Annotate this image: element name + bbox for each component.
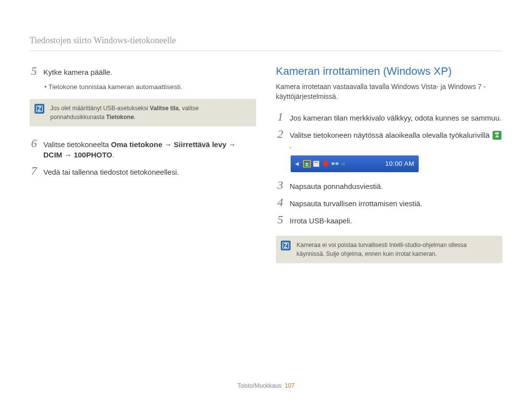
svg-rect-8 xyxy=(335,162,338,165)
breadcrumb: Tiedostojen siirto Windows-tietokoneelle xyxy=(30,35,502,51)
content-columns: 5 Kytke kamera päälle. Tietokone tunnist… xyxy=(30,65,502,274)
tray-document-icon xyxy=(312,160,320,168)
step-text: Kytke kamera päälle. xyxy=(43,65,112,77)
section-intro: Kamera irrotetaan vastaavalla tavalla Wi… xyxy=(276,82,502,102)
safely-remove-icon xyxy=(493,131,501,140)
step-5r: 5 Irrota USB-kaapeli. xyxy=(276,214,502,226)
left-column: 5 Kytke kamera päälle. Tietokone tunnist… xyxy=(30,65,256,274)
note-box-right: Kameraa ei voi poistaa turvallisesti Int… xyxy=(276,236,502,263)
svg-rect-4 xyxy=(306,163,308,164)
step-number: 6 xyxy=(30,137,38,149)
step-number: 5 xyxy=(276,214,285,225)
step-3: 3 Napsauta ponnahdusviestiä. xyxy=(276,179,502,191)
right-column: Kameran irrottaminen (Windows XP) Kamera… xyxy=(276,65,502,274)
step-number: 3 xyxy=(276,179,285,191)
note-icon xyxy=(281,241,291,250)
step-text: Jos kameran tilan merkkivalo välkkyy, od… xyxy=(290,111,501,123)
tray-network-icon xyxy=(331,160,339,168)
note-box-left: Jos olet määrittänyt USB-asetukseksi Val… xyxy=(30,99,256,126)
step-text: Valitse tietokoneen näytössä alaoikealla… xyxy=(290,128,502,151)
step-6: 6 Valitse tietokoneelta Oma tietokone → … xyxy=(30,137,256,160)
tray-expand-icon: ◀ xyxy=(295,161,299,166)
tray-icons xyxy=(303,160,348,168)
note-text: Kameraa ei voi poistaa turvallisesti Int… xyxy=(297,242,467,257)
step-number: 7 xyxy=(30,165,38,177)
step-number: 4 xyxy=(276,196,285,208)
tray-volume-icon xyxy=(340,160,348,168)
step-1: 1 Jos kameran tilan merkkivalo välkkyy, … xyxy=(276,111,502,123)
step-text: Valitse tietokoneelta Oma tietokone → Si… xyxy=(43,137,256,160)
step-number: 2 xyxy=(276,128,285,140)
step-text: Napsauta turvallisen irrottamisen viesti… xyxy=(290,196,422,209)
step-7: 7 Vedä tai tallenna tiedostot tietokonee… xyxy=(30,165,256,177)
step-number: 5 xyxy=(30,65,38,77)
step-number: 1 xyxy=(276,111,285,123)
page-footer: Toisto/Muokkaus 107 xyxy=(0,382,532,389)
step-5-detail: Tietokone tunnistaa kameran automaattise… xyxy=(44,82,256,92)
page-number: 107 xyxy=(285,382,295,389)
note-icon xyxy=(34,104,44,114)
step-4: 4 Napsauta turvallisen irrottamisen vies… xyxy=(276,196,502,209)
safely-remove-hardware-icon xyxy=(303,160,311,168)
note-text: Jos olet määrittänyt USB-asetukseksi Val… xyxy=(50,105,199,121)
svg-rect-2 xyxy=(495,132,499,134)
svg-rect-6 xyxy=(314,162,318,163)
tray-shield-icon xyxy=(322,160,330,168)
svg-rect-5 xyxy=(313,161,319,167)
section-heading: Kameran irrottaminen (Windows XP) xyxy=(276,65,502,78)
step-2: 2 Valitse tietokoneen näytössä alaoikeal… xyxy=(276,128,502,151)
step-text: Irrota USB-kaapeli. xyxy=(290,214,352,226)
system-tray-image: ◀ 10:00 AM xyxy=(291,155,419,172)
step-text: Vedä tai tallenna tiedostot tietokoneell… xyxy=(43,165,179,177)
svg-rect-7 xyxy=(332,162,334,165)
step-5: 5 Kytke kamera päälle. xyxy=(30,65,256,77)
tray-clock: 10:00 AM xyxy=(385,160,414,167)
step-text: Napsauta ponnahdusviestiä. xyxy=(290,179,383,191)
footer-section: Toisto/Muokkaus xyxy=(237,382,281,389)
